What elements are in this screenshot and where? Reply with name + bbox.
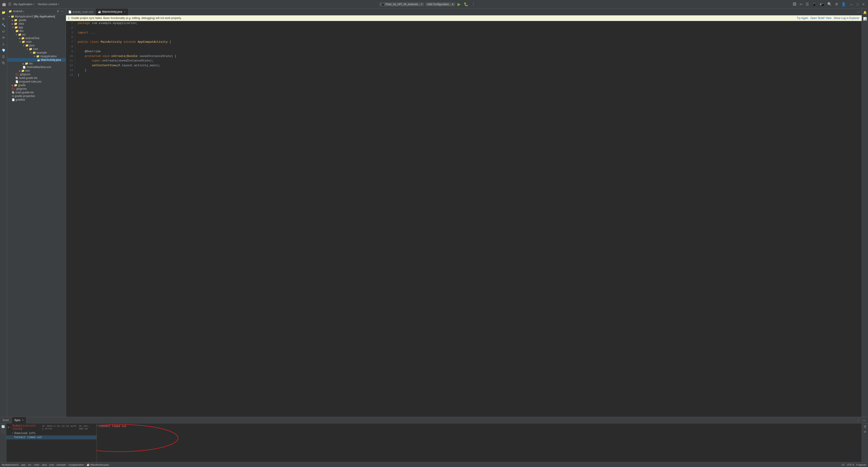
app-name-selector[interactable]: My Application ▾ bbox=[13, 2, 35, 6]
tree-item-src[interactable]: ▼ 📁 src bbox=[7, 33, 66, 36]
file-tree-title: Android bbox=[13, 10, 22, 13]
build-filter-icon[interactable]: ☰ bbox=[863, 424, 867, 429]
project-files-icon[interactable]: 📁 bbox=[1, 9, 6, 16]
tree-item-example[interactable]: ▼ 📁 example bbox=[7, 51, 66, 55]
code-editor[interactable]: 1 2 3 6 7 8 9 10 11 12 13 14 package com… bbox=[66, 21, 862, 417]
indent-indicator[interactable]: 4 spaces bbox=[856, 463, 866, 466]
app-chevron-icon: ▾ bbox=[33, 3, 35, 5]
open-build-link[interactable]: Open 'Build' View bbox=[810, 17, 831, 20]
search-icon[interactable]: 🔍 bbox=[827, 2, 833, 7]
vcs-selector[interactable]: Version control ▾ bbox=[38, 2, 59, 6]
tree-item-com[interactable]: ▼ 📁 com bbox=[7, 47, 66, 51]
layout-icon[interactable]: ☰ bbox=[1, 54, 6, 60]
connect-error-icon: ● bbox=[12, 436, 13, 439]
tree-label: gradle.properties bbox=[15, 94, 35, 98]
bottom-tab-sync[interactable]: Sync ✕ bbox=[12, 417, 27, 424]
device-selector[interactable]: 📱 Pixel_3a_API_34_extensio... ▾ bbox=[379, 2, 424, 6]
tree-item-res[interactable]: ▶ 📁 res bbox=[7, 62, 66, 65]
tree-label: MainActivity.java bbox=[41, 58, 61, 61]
debug-button[interactable]: 🐛 bbox=[463, 2, 469, 7]
file-tree-settings-icon[interactable]: ⚙ bbox=[56, 9, 60, 13]
problems-icon[interactable]: ⚠ bbox=[1, 41, 6, 47]
tab-close-icon[interactable]: ✕ bbox=[124, 10, 126, 13]
build-icon[interactable]: 🔧 bbox=[1, 22, 6, 28]
tasks-icon[interactable]: ☰ bbox=[805, 2, 810, 7]
bottom-tabs: Build Sync ✕ ⋮ — bbox=[0, 417, 868, 424]
build-refresh-icon[interactable]: 🔄 bbox=[1, 424, 5, 429]
tree-item-gradle-root[interactable]: ▶ 📁 gradle bbox=[7, 83, 66, 87]
tree-item-test[interactable]: ▶ 📁 test bbox=[7, 69, 66, 72]
tree-item-gradlew[interactable]: 📄 gradlew bbox=[7, 98, 66, 101]
minimize-button[interactable]: — bbox=[848, 2, 855, 6]
build-error-icon: ● bbox=[10, 426, 11, 429]
tree-item-app[interactable]: ▼ 📁 app bbox=[7, 26, 66, 29]
device-mirror-icon[interactable]: 📲 bbox=[819, 2, 825, 7]
file-tree-collapse-icon[interactable]: — bbox=[60, 9, 64, 13]
build-stop-icon[interactable]: ⬛ bbox=[1, 430, 5, 434]
main-menu-icon[interactable]: ☰ bbox=[8, 2, 11, 6]
bottom-tab-build[interactable]: Build bbox=[0, 417, 12, 424]
tree-item-mainactivity[interactable]: ☕ MainActivity.java bbox=[7, 58, 66, 62]
bottom-actions-minimize-icon[interactable]: — bbox=[862, 418, 867, 422]
notifications-icon[interactable]: 🔔 bbox=[862, 9, 868, 16]
build-tree-item-error[interactable]: ● Connect timed out bbox=[6, 435, 96, 439]
bookmarks-icon[interactable]: 🏷 bbox=[1, 28, 6, 34]
tree-item-gitignore-app[interactable]: 🚫 .gitignore bbox=[7, 72, 66, 76]
try-again-link[interactable]: Try Again bbox=[797, 17, 808, 20]
tree-label: build.gradle.kts bbox=[19, 77, 37, 80]
tree-item-myapplication[interactable]: ▼ 📁 myapplication bbox=[7, 55, 66, 58]
example-folder-icon: 📁 bbox=[33, 51, 36, 54]
tree-item-androidtest[interactable]: ▶ 📁 androidTest bbox=[7, 36, 66, 40]
tree-item-java[interactable]: ▼ 📁 java bbox=[7, 43, 66, 47]
run-config-selector[interactable]: Add Configuration... ▾ bbox=[426, 2, 455, 6]
line-ending-indicator[interactable]: LF bbox=[842, 463, 845, 466]
profiler-icon[interactable]: 🖼 bbox=[792, 2, 797, 7]
tab-activity-main-xml[interactable]: 📄 activity_main.xml bbox=[66, 8, 96, 16]
maximize-button[interactable]: □ bbox=[855, 2, 860, 6]
tree-label: .gradle bbox=[18, 19, 26, 22]
tree-item-gradle-properties[interactable]: ⚙ gradle.properties bbox=[7, 94, 66, 98]
titlebar-center: 📱 Pixel_3a_API_34_extensio... ▾ Add Conf… bbox=[64, 1, 792, 7]
tab-more-button[interactable]: ⋯ bbox=[855, 10, 862, 14]
structure-icon[interactable]: ⚙ bbox=[1, 16, 6, 22]
tree-label: build.gradle.kts bbox=[16, 91, 34, 94]
undo-icon[interactable]: ↩ bbox=[799, 2, 803, 7]
gem-icon[interactable]: 💎 bbox=[1, 48, 6, 53]
right-structure-icon[interactable]: 📊 bbox=[862, 16, 868, 22]
titlebar-actions: 🖼 ↩ ☰ 📱 📲 🔍 ⚙ 👤 bbox=[792, 2, 847, 7]
tree-label: test bbox=[25, 69, 30, 72]
build-tree-item-download[interactable]: ⬇ Download info bbox=[6, 431, 96, 435]
tree-item-root[interactable]: ▼ 📁 MyApplication2 [My Application] bbox=[7, 15, 66, 18]
tree-item-idea[interactable]: ▶ 📁 .idea bbox=[7, 22, 66, 26]
bottom-actions-more-icon[interactable]: ⋮ bbox=[856, 418, 861, 422]
account-icon[interactable]: 👤 bbox=[840, 2, 847, 7]
tree-item-libs[interactable]: 📁 libs bbox=[7, 29, 66, 33]
settings-icon[interactable]: ⚙ bbox=[834, 2, 839, 7]
tree-item-build-gradle-root[interactable]: 🐘 build.gradle.kts bbox=[7, 91, 66, 94]
tab-mainactivity-java[interactable]: ☕ MainActivity.java ✕ bbox=[96, 8, 128, 16]
more-run-options-button[interactable]: ⋮ bbox=[471, 2, 476, 7]
device-manager-icon[interactable]: 📱 bbox=[811, 2, 817, 7]
git-icon[interactable]: 👁 bbox=[1, 35, 6, 41]
build-wrap-icon[interactable]: ⇌ bbox=[863, 430, 867, 434]
android-studio-icon[interactable]: 🤖 bbox=[2, 2, 6, 6]
tree-item-gitignore-root[interactable]: 🚫 .gitignore bbox=[7, 87, 66, 91]
breadcrumb-filename: MainActivity.java bbox=[91, 463, 109, 466]
sync-tab-close-icon[interactable]: ✕ bbox=[22, 419, 24, 421]
code-line-8 bbox=[78, 45, 859, 49]
show-log-link[interactable]: Show Log in Explorer bbox=[834, 17, 860, 20]
plugins-icon[interactable]: 🔌 bbox=[1, 60, 6, 66]
tree-label: gradlew bbox=[16, 98, 25, 101]
notification-actions: Try Again Open 'Build' View Show Log in … bbox=[797, 17, 860, 20]
encoding-indicator[interactable]: UTF-8 bbox=[847, 463, 854, 466]
tree-item-build-gradle-app[interactable]: 🐘 build.gradle.kts bbox=[7, 76, 66, 80]
build-detail: Connect timed out bbox=[97, 424, 862, 462]
run-button[interactable]: ▶ bbox=[457, 1, 462, 7]
tree-item-gradle[interactable]: ▶ 📁 .gradle bbox=[7, 18, 66, 22]
close-button[interactable]: ✕ bbox=[861, 2, 866, 6]
build-tree-item-root[interactable]: ▼ ● MyApplication2: failed At 2024-1-23 … bbox=[6, 424, 96, 431]
tree-item-androidmanifest[interactable]: 📄 AndroidManifest.xml bbox=[7, 65, 66, 69]
tree-item-proguard[interactable]: 📄 proguard-rules.pro bbox=[7, 80, 66, 83]
test-folder-icon: 📁 bbox=[21, 69, 25, 72]
tree-item-main[interactable]: ▼ 📁 main bbox=[7, 40, 66, 43]
